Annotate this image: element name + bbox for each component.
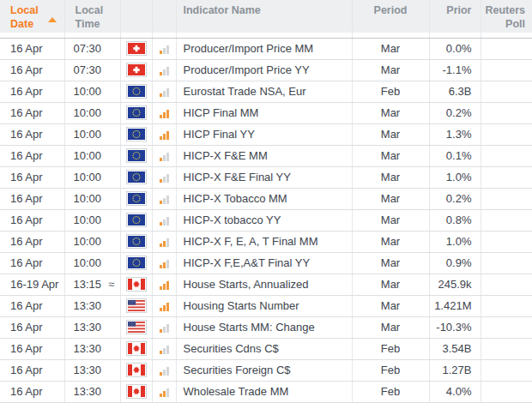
importance-bar	[166, 281, 169, 290]
local-date-cell: 16 Apr	[0, 338, 64, 359]
importance-bar	[163, 348, 166, 354]
prior-cell: 1.3%	[429, 123, 481, 145]
importance-cell	[152, 81, 176, 102]
importance-bar	[163, 241, 166, 247]
local-time-value: 13:30	[74, 385, 102, 398]
importance-bar	[166, 153, 169, 161]
column-header-local-date-label: Local Date	[10, 4, 46, 31]
importance-cell	[152, 359, 176, 381]
importance-bars-icon	[160, 88, 169, 97]
table-row[interactable]: 16 Apr 13:30 Wholesale Trade MM Feb 4.0%	[0, 381, 532, 402]
prior-cell: 4.0%	[429, 381, 481, 402]
table-row[interactable]: 16-19 Apr 13:15 ≈ House Starts, Annualiz…	[0, 274, 532, 295]
local-date-cell: 16 Apr	[0, 59, 64, 81]
table-row[interactable]: 16 Apr 10:00 HICP Final MM Mar 0.2%	[0, 102, 532, 123]
table-row[interactable]: 16 Apr 10:00 HICP-X F&E MM Mar 0.1%	[0, 145, 532, 166]
country-flag-cell	[120, 209, 152, 231]
period-cell: Mar	[352, 274, 429, 295]
importance-bar	[163, 391, 166, 397]
country-flag-cell	[120, 252, 152, 274]
importance-cell	[152, 381, 176, 402]
local-time-value: 13:30	[74, 299, 102, 312]
period-cell: Mar	[352, 231, 429, 252]
importance-bar	[160, 244, 162, 247]
importance-bar	[166, 67, 169, 75]
column-header-local-time[interactable]: Local Time	[64, 0, 120, 33]
switzerland-flag-icon	[126, 41, 147, 56]
column-header-local-time-label: Local Time	[76, 4, 112, 31]
local-time-cell: 13:30	[64, 295, 120, 316]
column-header-prior[interactable]: Prior	[429, 0, 481, 33]
importance-bar	[166, 303, 169, 311]
column-header-country[interactable]	[120, 0, 152, 33]
country-flag-cell	[120, 316, 152, 338]
sort-ascending-icon	[48, 17, 57, 22]
table-row[interactable]: 16 Apr 10:00 HICP-X Tobacco MM Mar 0.2%	[0, 188, 532, 209]
indicator-name-cell: House Starts, Annualized	[176, 274, 352, 295]
importance-bars-icon	[160, 131, 169, 140]
importance-bars-icon	[160, 153, 169, 161]
indicator-name-cell: HICP-X F&E Final YY	[176, 166, 352, 188]
importance-bar	[166, 174, 169, 183]
column-header-local-date[interactable]: Local Date	[0, 0, 64, 33]
importance-bar	[163, 155, 166, 161]
local-date-cell: 16 Apr	[0, 38, 64, 59]
table-row[interactable]: 16 Apr 13:30 Securities Cdns C$ Feb 3.54…	[0, 338, 532, 359]
local-time-cell: 10:00	[64, 231, 120, 252]
importance-bar	[160, 351, 162, 354]
table-row[interactable]: 16 Apr 07:30 Producer/Import Price YY Ma…	[0, 59, 532, 81]
table-row[interactable]: 16 Apr 10:00 HICP-X F&E Final YY Mar 1.0…	[0, 166, 532, 188]
local-time-cell: 10:00	[64, 209, 120, 231]
period-cell: Feb	[352, 381, 429, 402]
importance-bar	[160, 265, 162, 268]
importance-bar	[166, 110, 169, 118]
indicator-name-cell: Wholesale Trade MM	[176, 381, 352, 402]
period-cell: Mar	[352, 166, 429, 188]
table-row[interactable]: 16 Apr 10:00 HICP Final YY Mar 1.3%	[0, 123, 532, 145]
period-cell: Mar	[352, 102, 429, 123]
indicator-name-cell: Eurostat Trade NSA, Eur	[176, 81, 352, 102]
indicator-name-cell: HICP Final YY	[176, 123, 352, 145]
table-row[interactable]: 16 Apr 13:30 Housing Starts Number Mar 1…	[0, 295, 532, 316]
table-row[interactable]: 16 Apr 10:00 HICP-X F,E,A&T Final YY Mar…	[0, 252, 532, 274]
eu-flag-icon	[126, 256, 147, 270]
eu-flag-icon	[126, 148, 147, 163]
reuters-poll-cell	[481, 252, 532, 274]
indicator-name-cell: HICP-X tobacco YY	[176, 209, 352, 231]
table-row[interactable]: 16 Apr 10:00 HICP-X tobacco YY Mar 0.8%	[0, 209, 532, 231]
period-cell: Mar	[352, 295, 429, 316]
importance-bar	[166, 88, 169, 97]
prior-cell: 0.2%	[429, 102, 481, 123]
indicator-name-cell: HICP-X F&E MM	[176, 145, 352, 166]
table-row[interactable]: 16 Apr 13:30 Securities Foreign C$ Feb 1…	[0, 359, 532, 381]
column-header-indicator-name[interactable]: Indicator Name	[176, 0, 352, 33]
local-time-value: 10:00	[74, 235, 102, 248]
reuters-poll-cell	[481, 274, 532, 295]
table-row[interactable]: 16 Apr 13:30 House Starts MM: Change Mar…	[0, 316, 532, 338]
prior-cell: 6.3B	[429, 81, 481, 102]
local-time-value: 10:00	[74, 85, 102, 98]
prior-cell: 1.0%	[429, 166, 481, 188]
canada-flag-icon	[126, 341, 147, 356]
local-time-cell: 07:30	[64, 59, 120, 81]
table-row[interactable]: 16 Apr 07:30 Producer/Import Price MM Ma…	[0, 38, 532, 59]
period-cell: Mar	[352, 316, 429, 338]
importance-cell	[152, 38, 176, 59]
prior-cell: 1.421M	[429, 295, 481, 316]
table-row[interactable]: 16 Apr 10:00 HICP-X F, E, A, T Final MM …	[0, 231, 532, 252]
column-header-period[interactable]: Period	[352, 0, 429, 33]
importance-bar	[163, 370, 166, 376]
column-header-importance[interactable]	[152, 0, 176, 33]
country-flag-cell	[120, 102, 152, 123]
local-time-cell: 13:30	[64, 381, 120, 402]
prior-cell: 1.27B	[429, 359, 481, 381]
importance-bar	[160, 201, 162, 204]
local-date-cell: 16 Apr	[0, 102, 64, 123]
column-header-reuters-poll[interactable]: Reuters Poll	[481, 0, 532, 33]
country-flag-cell	[120, 295, 152, 316]
table-row[interactable]: 16 Apr 10:00 Eurostat Trade NSA, Eur Feb…	[0, 81, 532, 102]
eu-flag-icon	[126, 105, 147, 120]
importance-cell	[152, 274, 176, 295]
prior-cell: -10.3%	[429, 316, 481, 338]
local-date-cell: 16 Apr	[0, 316, 64, 338]
